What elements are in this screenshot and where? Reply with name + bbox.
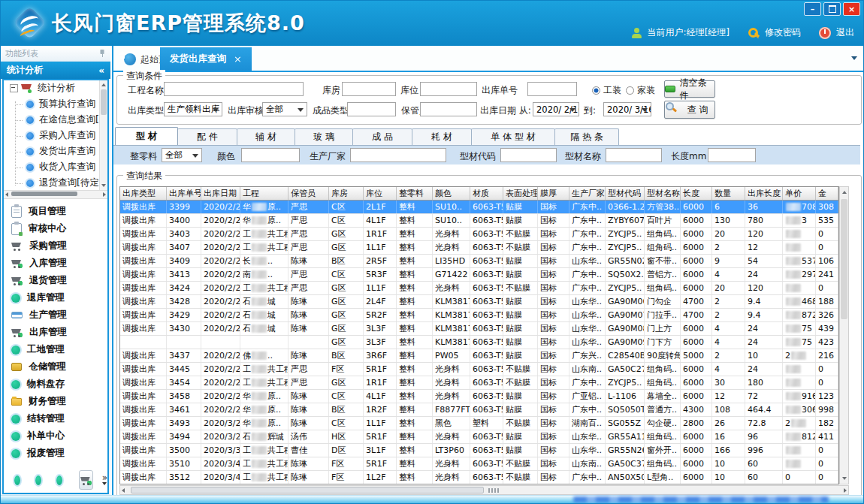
sidebar-module[interactable]: 物料盘存 [4,376,107,393]
radio-gongzhuang[interactable]: 工装 [592,84,621,97]
tree-horizontal-scrollbar[interactable] [4,190,107,199]
column-header[interactable]: 出库单号 [167,187,201,200]
column-header[interactable]: 金 [816,187,838,200]
project-name-input[interactable] [164,82,304,96]
table-row[interactable]: 调拨出库34292020/2/26石城陈琳G区5R2F整料KLM38176063… [120,309,838,322]
close-tab-icon[interactable]: × [234,53,242,65]
table-row[interactable]: 调拨出库34132020/2/26南..严思C区5R3F整料G714226063… [120,268,838,282]
sidebar-module[interactable]: 项目管理 [4,203,107,220]
column-header[interactable]: 型材代码 [606,187,645,200]
sidebar-module[interactable]: 结转管理 [4,410,107,427]
maximize-button[interactable] [823,2,841,16]
sidebar-module[interactable]: 审核中心 [4,220,107,237]
module-dot-icon[interactable] [35,475,41,485]
collapse-node-icon[interactable] [10,84,18,92]
table-row[interactable]: 调拨出库34242020/2/26工共工程严思G区1L1F整料光身料6063-T… [120,282,838,295]
whole-part-select[interactable]: 全部 [162,148,202,162]
sidebar-module[interactable]: 仓储管理 [4,358,107,376]
column-header[interactable]: 膜厚 [538,187,569,200]
manufacturer-input[interactable] [350,148,446,162]
table-row[interactable]: 调拨出库33992020/2/25华原..严思C区2L1F整料SU10..606… [120,201,838,214]
scrollbar-thumb[interactable] [11,192,77,196]
module-dot-icon[interactable] [56,475,62,485]
tree-item-5[interactable]: 退货查询[待定] [4,175,107,190]
table-row[interactable]: 调拨出库34282020/2/26石城陈琳G区2L4F整料KLM38176063… [120,295,838,309]
material-tab-0[interactable]: 型 材 [115,127,178,145]
material-tab-5[interactable]: 耗 材 [412,128,472,145]
table-row[interactable]: 调拨出库34092020/2/25长..陈琳B区2R5F整料LI35HD6063… [120,255,838,268]
collapse-icon[interactable]: « [98,65,104,76]
table-row[interactable]: G区3L3F整料KLM38176063-T5贴膜国标山东华..GA90M09..… [120,336,838,349]
column-header[interactable]: 长度 [681,187,712,200]
tree-item-4[interactable]: 收货入库查询 [4,159,107,175]
tree-item-1[interactable]: 在途信息查询[待 [4,112,107,128]
column-header[interactable]: 保管员 [289,187,329,200]
scroll-up-icon[interactable] [842,191,847,194]
tree-vertical-scrollbar[interactable] [99,80,107,190]
sidebar-module[interactable]: 工地管理 [4,341,107,358]
column-header[interactable]: 表面处理 [503,187,538,200]
material-tab-1[interactable]: 配 件 [177,128,237,145]
column-header[interactable]: 生产厂家 [569,187,606,200]
radio-jiazhuang[interactable]: 家装 [626,84,655,97]
table-vertical-scrollbar[interactable] [839,186,849,484]
material-tab-7[interactable]: 隔 热 条 [554,128,619,145]
table-row[interactable]: 调拨出库34582020/2/28华原..陈琳C区4L1F整料光身料6063-T… [120,390,838,403]
sidebar-module[interactable]: 财务管理 [4,393,107,410]
scroll-up-icon[interactable] [101,83,106,86]
date-from-select[interactable]: 2020/ 2/16 [533,102,579,116]
table-row[interactable]: 调拨出库34542020/2/28工共工程严思G区1R1F整料光身料6063-T… [120,376,838,390]
keeper-input[interactable] [420,102,477,116]
outbound-audit-select[interactable]: 全部 [262,102,307,116]
module-dot-icon[interactable] [14,475,20,485]
profile-name-input[interactable] [606,148,662,162]
column-header[interactable]: 颜色 [433,187,470,200]
column-header[interactable]: 工程 [240,187,289,200]
tree-item-3[interactable]: 发货出库查询 [4,143,107,159]
column-header[interactable]: 整零料 [397,187,433,200]
warehouse-input[interactable] [342,82,396,96]
column-header[interactable]: 数量 [712,187,745,200]
clear-conditions-button[interactable]: 清空条件 [664,80,715,98]
table-row[interactable]: 调拨出库35002020/3/3工共工程曹佳D区3L1F整料LT3P606063… [120,444,838,457]
tree-item-2[interactable]: 采购入库查询 [4,128,107,143]
table-row[interactable]: 调拨出库34942020/3/2石辉城汤伟H区5R1F整料光身料6063-T5贴… [120,430,838,444]
search-button[interactable]: 查 询 [664,101,715,119]
tab-list-dropdown-icon[interactable] [851,56,857,60]
pin-icon[interactable] [98,49,106,58]
profile-code-input[interactable] [500,148,557,162]
sidebar-module[interactable]: 退库管理 [4,289,107,306]
scrollbar-thumb[interactable] [841,199,847,319]
stats-group-header[interactable]: 统计分析 « [1,62,110,79]
column-header[interactable]: 出库日期 [201,187,240,200]
scroll-down-icon[interactable] [842,477,847,480]
table-row[interactable]: 调拨出库34932020/3/2华原..陈琳C区1L1F整料黑色塑料不贴膜国标湖… [120,417,838,430]
column-header[interactable]: 库房 [329,187,364,200]
scroll-down-icon[interactable] [101,184,106,187]
scrollbar-thumb[interactable] [131,487,484,493]
more-modules-button[interactable]: » [102,475,107,485]
table-row[interactable]: 调拨出库34002020/2/25华原..严思C区4L1F整料SU10..606… [120,214,838,228]
close-button[interactable]: × [843,2,860,16]
material-tab-6[interactable]: 单 体 型 材 [471,128,555,145]
column-header[interactable]: 出库类型 [120,187,167,200]
column-header[interactable]: 材质 [470,187,503,200]
tab-shipping-outbound-query[interactable]: 发货出库查询 × [160,47,252,71]
sidebar-module[interactable]: 报废管理 [4,445,107,462]
outbound-type-select[interactable]: 生产领料出库 [164,102,222,116]
column-header[interactable]: 库位 [364,187,397,200]
sidebar-module[interactable]: 入库管理 [4,255,107,272]
tree-item-0[interactable]: 预算执行查询 [4,96,107,112]
scrollbar-thumb[interactable] [101,89,107,115]
table-row[interactable]: 调拨出库34372020/2/27佛..陈琳B区3R6F整料PW056063-T… [120,349,838,363]
change-password-link[interactable]: 修改密码 [765,26,801,39]
material-tab-3[interactable]: 玻 璃 [295,128,353,145]
material-tab-2[interactable]: 辅 材 [237,128,295,145]
sidebar-module[interactable]: 生产管理 [4,306,107,324]
sidebar-module[interactable]: 出库管理 [4,324,107,341]
column-header[interactable]: 型材名称 [645,187,681,200]
column-header[interactable]: 出库长度 [745,187,783,200]
logout-link[interactable]: 退出 [836,26,854,39]
color-input[interactable] [241,148,300,162]
product-type-input[interactable] [347,102,396,116]
